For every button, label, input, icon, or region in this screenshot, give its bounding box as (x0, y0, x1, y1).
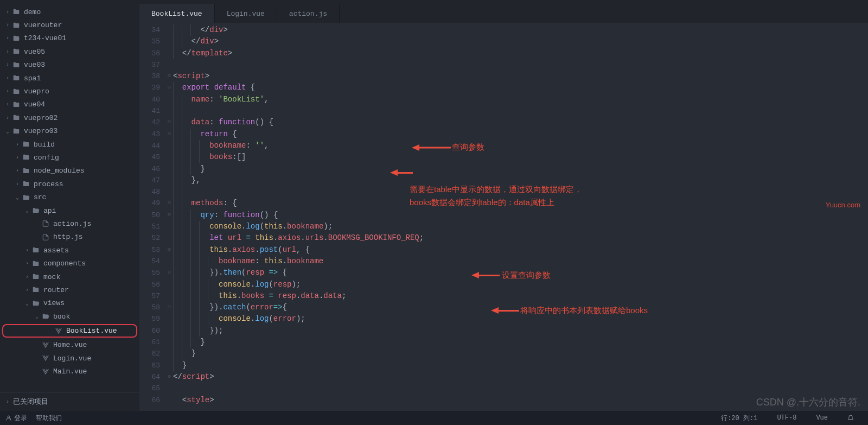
tree-item[interactable]: ⌄vuepro03 (0, 125, 139, 138)
login-button[interactable]: 登录 (5, 414, 27, 423)
tree-item-label: build (34, 141, 55, 149)
tree-item[interactable]: Home.vue (0, 339, 139, 352)
chevron-icon: › (5, 75, 10, 81)
tree-item[interactable]: ›spa1 (0, 72, 139, 85)
tree-item[interactable]: http.js (0, 231, 139, 244)
tree-item[interactable]: ›config (0, 151, 139, 164)
tree-item-label: Home.vue (53, 341, 87, 349)
chevron-icon: › (5, 62, 10, 68)
tree-item-label: BookList.vue (66, 327, 117, 335)
chevron-icon: › (15, 142, 20, 148)
folder-icon (12, 21, 21, 30)
user-icon (5, 415, 12, 421)
tree-item-label: api (43, 207, 56, 215)
editor: BookList.vueLogin.vueaction.js 343536373… (139, 4, 868, 411)
chevron-icon: › (15, 155, 20, 161)
cursor-position[interactable]: 行:20 列:1 (721, 414, 757, 423)
tree-item[interactable]: ›vuepro02 (0, 111, 139, 124)
folder-icon (22, 153, 30, 162)
tree-item-label: node_modules (34, 167, 85, 175)
closed-projects[interactable]: › 已关闭项目 (0, 392, 139, 411)
chevron-icon: › (5, 102, 10, 107)
notification-icon[interactable] (847, 415, 854, 421)
tree-item[interactable]: ›t234-vue01 (0, 32, 139, 45)
tree-item[interactable]: Login.vue (0, 352, 139, 365)
chevron-icon: ⌄ (15, 194, 20, 201)
tree-item[interactable]: ›vuerouter (0, 18, 139, 31)
chevron-icon: › (5, 88, 10, 94)
chevron-right-icon: › (5, 399, 10, 405)
editor-tab[interactable]: action.js (277, 4, 340, 23)
tree-item-label: book (53, 313, 70, 321)
vue-icon (41, 341, 50, 350)
chevron-icon: › (15, 181, 20, 187)
tree-item[interactable]: action.js (0, 217, 139, 230)
vue-icon (54, 327, 63, 335)
tree-item[interactable]: ⌄src (0, 191, 139, 204)
folder-icon (31, 272, 40, 281)
tree-item-label: vue05 (24, 48, 45, 56)
tree-item[interactable]: ›vue03 (0, 59, 139, 72)
folder-open-icon (41, 312, 50, 321)
tree-item-label: spa1 (24, 74, 41, 83)
folder-icon (12, 8, 21, 16)
tree-item-label: action.js (53, 220, 91, 228)
tree-item[interactable]: Main.vue (0, 365, 139, 378)
tree-item[interactable]: ⌄api (0, 204, 139, 217)
tree-item[interactable]: ⌄book (0, 310, 139, 323)
tree-item[interactable]: ›vue04 (0, 98, 139, 111)
tree-item-label: vuerouter (24, 21, 62, 29)
tree-item[interactable]: ›components (0, 257, 139, 270)
closed-projects-label: 已关闭项目 (13, 397, 48, 407)
language-mode[interactable]: Vue (816, 414, 828, 422)
help-link[interactable]: 帮助我们 (36, 414, 62, 423)
chevron-icon: ⌄ (25, 300, 29, 307)
editor-tab[interactable]: BookList.vue (139, 4, 215, 23)
folder-open-icon (22, 193, 30, 202)
encoding[interactable]: UTF-8 (777, 414, 796, 422)
tree-item-label: vuepro02 (24, 114, 58, 122)
tree-item[interactable]: ›vuepro (0, 85, 139, 98)
tree-item-label: Login.vue (53, 354, 91, 363)
folder-icon (22, 180, 30, 188)
tree-item[interactable]: ›vue05 (0, 45, 139, 58)
chevron-icon: › (25, 287, 29, 293)
file-tree[interactable]: ›demo›vuerouter›t234-vue01›vue05›vue03›s… (0, 4, 139, 392)
folder-open-icon (31, 206, 40, 215)
folder-icon (12, 100, 21, 109)
editor-tabs: BookList.vueLogin.vueaction.js (139, 4, 868, 23)
chevron-icon: › (5, 9, 10, 15)
code-area[interactable]: 3435363738394041424344454647484950515253… (139, 23, 868, 411)
editor-tab[interactable]: Login.vue (215, 4, 277, 23)
svg-point-0 (8, 416, 10, 418)
folder-icon (12, 87, 21, 96)
tree-item[interactable]: ›process (0, 177, 139, 191)
status-bar: 登录 帮助我们 行:20 列:1 UTF-8 Vue (0, 411, 868, 425)
chevron-icon: › (25, 274, 29, 280)
tree-item-label: vuepro (24, 87, 49, 96)
folder-icon (31, 259, 40, 268)
chevron-icon: › (15, 168, 20, 174)
tree-item[interactable]: ›node_modules (0, 164, 139, 177)
tree-item[interactable]: ›assets (0, 244, 139, 257)
tree-item-label: router (43, 286, 69, 294)
tree-item[interactable]: ⌄views (0, 297, 139, 310)
tree-item-label: mock (43, 273, 60, 281)
tree-item-label: vue04 (24, 100, 45, 109)
tree-item[interactable]: ›build (0, 138, 139, 151)
chevron-icon: › (25, 248, 29, 253)
tree-item[interactable]: BookList.vue (2, 324, 137, 337)
chevron-icon: › (5, 35, 10, 41)
tree-item-label: config (34, 154, 59, 162)
tree-item[interactable]: ›mock (0, 270, 139, 283)
code-lines[interactable]: </div> </div> </template><script> export… (173, 23, 868, 411)
chevron-icon: ⌄ (25, 207, 29, 214)
tree-item[interactable]: ›router (0, 283, 139, 296)
folder-icon (22, 167, 30, 175)
tree-item[interactable]: ›demo (0, 5, 139, 18)
fold-column[interactable]: ⊟⊟⊟⊟⊟⊟⊟⊟⊟⊟ (165, 23, 173, 411)
folder-open-icon (31, 299, 40, 308)
sidebar: ›demo›vuerouter›t234-vue01›vue05›vue03›s… (0, 4, 139, 411)
csdn-watermark: CSDN @.十六分的音符. (756, 396, 860, 409)
tree-item-label: src (34, 193, 46, 201)
